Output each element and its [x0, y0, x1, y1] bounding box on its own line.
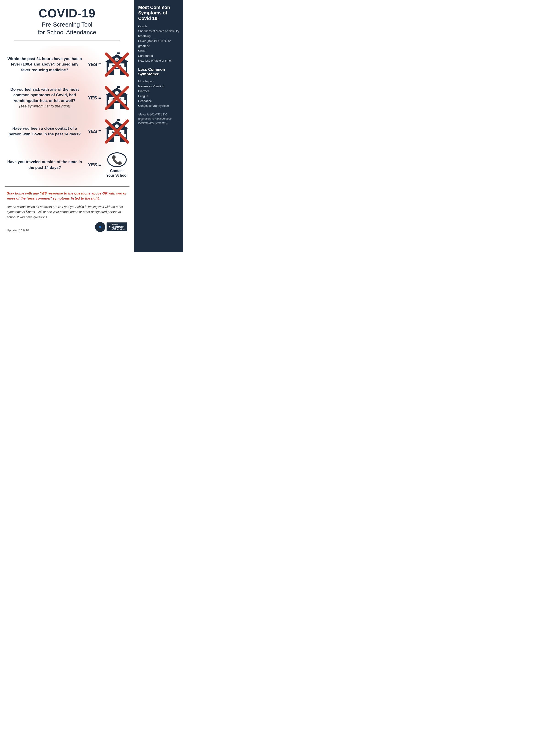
svg-rect-17 — [117, 86, 120, 88]
sidebar-note: *Fever is 100.4°F/ 38°C regardless of me… — [138, 112, 179, 125]
svg-text:⏰: ⏰ — [116, 59, 118, 61]
svg-point-35 — [115, 124, 119, 128]
star-icon: ★ — [108, 226, 110, 228]
svg-rect-20 — [114, 103, 120, 109]
contact-label-text: ContactYour School — [106, 169, 127, 177]
less-common-list: Muscle pain Nausea or Vomiting Diarrhea … — [138, 79, 179, 108]
question-extra-sick: (see symptom list to the right) — [19, 104, 70, 108]
svg-rect-32 — [114, 136, 120, 142]
symptom-taste: New loss of taste or smell — [138, 58, 179, 63]
seal-text: 🔵 — [99, 226, 101, 228]
question-row-fever: Within the past 24 hours have you had a … — [0, 48, 134, 81]
subtitle-line1: Pre-Screening Tool — [42, 21, 92, 28]
logo-area: 🔵 ★ MaineDepartmentof Education — [95, 222, 127, 232]
maine-label: MaineDepartmentof Education — [111, 223, 125, 231]
footer-bottom: Updated 10.9.20 🔵 ★ MaineDepartmentof Ed… — [7, 222, 127, 232]
symptom-shortness: Shortness of breath or difficulty breath… — [138, 29, 179, 38]
symptom-chills: Chills — [138, 48, 179, 53]
yes-label-contact: YES = — [88, 129, 101, 134]
phone-icon-wrap: 📞 ContactYour School — [104, 152, 129, 178]
symptom-diarrhea: Diarrhea — [138, 89, 179, 93]
question-text-fever: Within the past 24 hours have you had a … — [7, 56, 85, 73]
school-svg-2: SCHOOL — [104, 85, 129, 111]
school-svg-1: SCHOOL ⏰ — [104, 52, 129, 77]
yes-label-travel: YES = — [88, 162, 101, 167]
symptom-headache: Headache — [138, 99, 179, 103]
questions-section: Within the past 24 hours have you had a … — [0, 46, 134, 184]
footer-attend: Attend school when all answers are NO an… — [7, 204, 127, 220]
school-icon-fever: SCHOOL ⏰ — [104, 52, 129, 77]
question-row-travel: Have you traveled outside of the state i… — [0, 148, 134, 182]
symptom-cough: Cough — [138, 24, 179, 29]
subtitle: Pre-Screening Tool for School Attendance — [9, 21, 125, 36]
question-row-sick: Do you feel sick with any of the most co… — [0, 81, 134, 115]
school-icon-contact: SCHOOL — [104, 119, 129, 144]
main-title: COVID-19 — [9, 7, 125, 20]
main-content: COVID-19 Pre-Screening Tool for School A… — [0, 0, 134, 252]
subtitle-line2: for School Attendance — [38, 29, 96, 36]
less-common-heading: Less Common Symptoms: — [138, 67, 179, 77]
page: COVID-19 Pre-Screening Tool for School A… — [0, 0, 183, 252]
most-common-heading: Most Common Symptoms of Covid 19: — [138, 5, 179, 21]
maine-doe: ★ MaineDepartmentof Education — [106, 222, 127, 231]
question-text-travel: Have you traveled outside of the state i… — [7, 159, 85, 170]
phone-circle: 📞 — [107, 152, 127, 167]
maine-star-bar: ★ MaineDepartmentof Education — [106, 222, 127, 231]
symptom-congestion: Congestion/runny nose — [138, 103, 179, 108]
yes-label-sick: YES = — [88, 95, 101, 101]
question-text-contact: Have you been a close contact of a perso… — [7, 126, 85, 137]
updated-text: Updated 10.9.20 — [7, 229, 29, 232]
footer: Stay home with any YES response to the q… — [0, 187, 134, 237]
svg-rect-3 — [117, 52, 120, 54]
footer-warning: Stay home with any YES response to the q… — [7, 191, 127, 201]
symptom-fever: Fever (100.4°F/ 38 °C or greater)* — [138, 38, 179, 48]
question-text-sick: Do you feel sick with any of the most co… — [7, 87, 85, 110]
symptom-sore-throat: Sore throat — [138, 53, 179, 58]
yes-label-fever: YES = — [88, 62, 101, 67]
svg-rect-6 — [114, 69, 120, 75]
school-svg-3: SCHOOL — [104, 119, 129, 144]
sidebar: Most Common Symptoms of Covid 19: Cough … — [134, 0, 183, 252]
contact-label: ContactYour School — [106, 169, 127, 177]
phone-symbol: 📞 — [112, 155, 122, 165]
header: COVID-19 Pre-Screening Tool for School A… — [0, 0, 134, 46]
question-row-contact: Have you been a close contact of a perso… — [0, 115, 134, 148]
svg-rect-29 — [117, 119, 120, 121]
maine-seal: 🔵 — [95, 222, 105, 232]
most-common-list: Cough Shortness of breath or difficulty … — [138, 24, 179, 63]
symptom-fatigue: Fatigue — [138, 94, 179, 99]
header-divider — [14, 41, 120, 41]
symptom-nausea: Nausea or Vomiting — [138, 84, 179, 89]
symptom-muscle: Muscle pain — [138, 79, 179, 84]
school-icon-sick: SCHOOL — [104, 85, 129, 111]
svg-point-23 — [115, 91, 119, 95]
